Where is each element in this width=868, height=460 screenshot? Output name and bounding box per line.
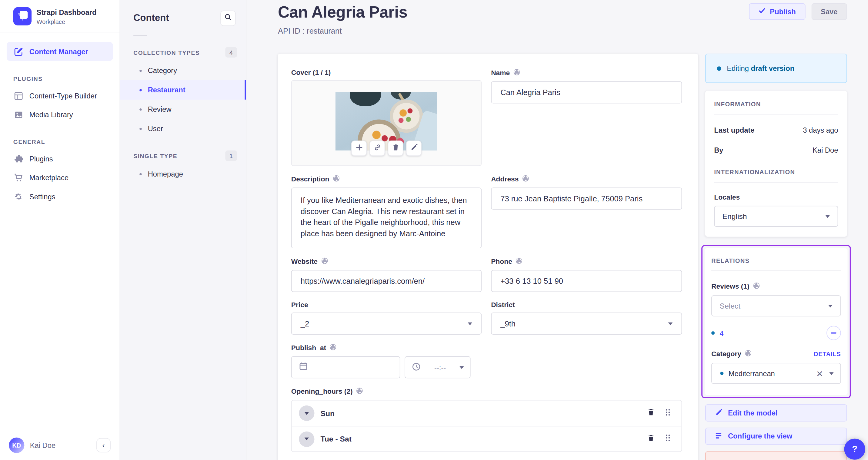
edit-model-button[interactable]: Edit the model (705, 404, 847, 422)
accordion-toggle-button[interactable] (299, 431, 314, 447)
help-button[interactable]: ? (844, 438, 865, 459)
collapse-sidebar-button[interactable]: ‹ (96, 438, 111, 453)
reviews-select[interactable]: Select (711, 295, 841, 316)
by-value: Kai Doe (812, 146, 838, 154)
strapi-app: Strapi Dashboard Workplace Content Manag… (0, 0, 868, 460)
field-phone: Phone (491, 257, 682, 292)
district-select[interactable]: _9th (491, 313, 682, 335)
price-select[interactable]: _2 (291, 313, 482, 335)
globe-icon (753, 282, 760, 291)
field-district: District _9th (491, 301, 682, 335)
add-media-button[interactable] (351, 140, 367, 156)
sidebar-item-media-library[interactable]: Media Library (7, 105, 113, 124)
sidebar-item-marketplace[interactable]: Marketplace (7, 168, 113, 187)
bullet-icon (140, 128, 142, 130)
layout-icon (13, 91, 23, 101)
remove-relation-button[interactable] (827, 326, 841, 340)
sidebar-item-content-type-builder[interactable]: Content-Type Builder (7, 86, 113, 105)
field-website: Website (291, 257, 482, 292)
address-label: Address (491, 175, 519, 183)
publish-at-date-input[interactable] (291, 356, 400, 378)
pencil-icon (715, 408, 722, 417)
divider (0, 33, 120, 33)
opening-hours-row-tue-sat: Tue - Sat (292, 426, 682, 451)
subnav-item-review[interactable]: Review (120, 100, 246, 119)
picture-icon (13, 110, 23, 120)
cover-media-box[interactable] (291, 80, 482, 166)
copy-link-button[interactable] (369, 140, 385, 156)
delete-media-button[interactable] (388, 140, 403, 156)
reviews-label: Reviews (1) (711, 283, 749, 290)
address-input[interactable] (491, 188, 682, 209)
details-link[interactable]: DETAILS (814, 351, 841, 357)
name-input[interactable] (491, 81, 682, 103)
subnav-item-user[interactable]: User (120, 119, 246, 138)
description-textarea[interactable]: If you like Mediterranean and exotic dis… (291, 188, 482, 248)
subnav-item-label: Homepage (148, 170, 183, 178)
sidebar-item-settings[interactable]: Settings (7, 187, 113, 206)
chevron-down-icon (468, 322, 472, 325)
publish-at-label: Publish_at (291, 344, 326, 352)
relation-link[interactable]: 4 (711, 329, 724, 337)
calendar-icon (299, 362, 308, 373)
workspace-subtitle: Workplace (37, 18, 97, 25)
globe-icon (516, 257, 523, 266)
divider (711, 270, 841, 271)
draft-status-banner: Editing draft version (705, 54, 847, 83)
relations-card: RELATIONS Reviews (1) Select (705, 248, 847, 395)
delete-row-button[interactable] (647, 434, 655, 444)
clock-icon (412, 362, 421, 372)
minus-icon (831, 332, 836, 334)
field-cover: Cover (1 / 1) (291, 68, 482, 166)
edit-form-card: Cover (1 / 1) (278, 54, 698, 460)
sidebar-item-label: Media Library (29, 110, 73, 119)
field-name: Name (491, 68, 682, 166)
configure-view-button[interactable]: Configure the view (705, 428, 847, 445)
subnav-item-restaurant[interactable]: Restaurant (120, 80, 246, 100)
sidebar-item-content-manager[interactable]: Content Manager (7, 42, 113, 61)
edit-media-button[interactable] (406, 140, 422, 156)
name-label: Name (491, 69, 510, 77)
draft-dot-icon (720, 371, 723, 375)
edit-model-label: Edit the model (728, 409, 778, 417)
delete-entry-button[interactable] (705, 451, 847, 460)
user-name: Kai Doe (30, 441, 91, 450)
category-value-box[interactable]: Mediterranean ✕ (711, 363, 841, 384)
general-section-label: GENERAL (13, 138, 106, 145)
field-publish-at: Publish_at --:-- (291, 343, 482, 378)
list-settings-icon (715, 432, 722, 440)
delete-row-button[interactable] (647, 408, 655, 418)
collection-types-label: COLLECTION TYPES (133, 49, 200, 56)
chevron-down-icon (828, 305, 833, 307)
website-input[interactable] (291, 270, 482, 292)
publish-label: Publish (770, 7, 796, 16)
chevron-down-icon (829, 372, 834, 374)
workspace-title: Strapi Dashboard (37, 8, 97, 16)
divider (714, 182, 838, 183)
category-value: Mediterranean (728, 369, 816, 377)
field-opening-hours: Opening_hours (2) Sun (291, 387, 682, 452)
locales-select[interactable]: English (714, 206, 838, 227)
phone-input[interactable] (491, 270, 682, 292)
globe-icon (321, 257, 328, 266)
locales-value: English (722, 212, 747, 220)
relation-item-review-4: 4 (711, 326, 841, 340)
strapi-logo-icon (13, 7, 32, 26)
subnav-item-category[interactable]: Category (120, 61, 246, 80)
publish-button[interactable]: Publish (749, 3, 805, 20)
gear-icon (13, 191, 23, 201)
description-label: Description (291, 175, 330, 183)
chevron-down-icon (825, 215, 830, 218)
drag-handle[interactable] (665, 434, 671, 444)
workspace-brand[interactable]: Strapi Dashboard Workplace (0, 0, 120, 33)
price-value: _2 (301, 319, 309, 328)
sidebar-item-plugins[interactable]: Plugins (7, 149, 113, 168)
drag-handle[interactable] (665, 408, 671, 419)
page-title: Can Alegria Paris (278, 3, 407, 22)
subnav-item-homepage[interactable]: Homepage (120, 164, 246, 184)
clear-category-icon[interactable]: ✕ (816, 369, 823, 377)
save-button[interactable]: Save (811, 3, 847, 20)
publish-at-time-input[interactable]: --:-- (405, 356, 470, 378)
accordion-toggle-button[interactable] (299, 405, 314, 421)
search-button[interactable] (220, 10, 236, 26)
